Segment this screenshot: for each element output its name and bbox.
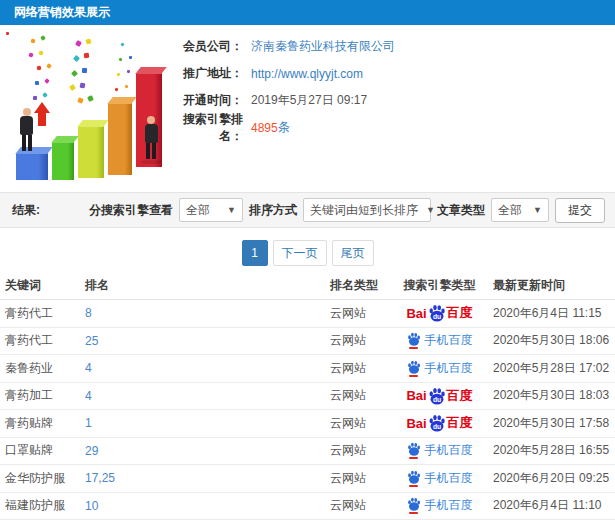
- baidu-paw-icon-wrap: [407, 470, 421, 487]
- baidu-pc-logo: Baidu百度: [406, 387, 472, 405]
- confetti-dot: [69, 84, 76, 91]
- sort-select-value: 关键词由短到长排序: [310, 202, 418, 219]
- engine-select-value: 全部: [186, 202, 210, 219]
- column-header: 排名类型: [330, 277, 392, 294]
- keyword-cell: 金华防护服: [5, 470, 85, 487]
- baidu-mobile-label: 手机百度: [425, 442, 473, 459]
- confetti-dot: [118, 57, 122, 61]
- red-underline: [409, 512, 418, 514]
- baidu-mobile-label: 手机百度: [425, 332, 473, 349]
- red-underline: [409, 375, 418, 377]
- info-label: 推广地址：: [175, 65, 243, 82]
- last-page-button[interactable]: 尾页: [332, 240, 374, 266]
- info-row: 会员公司：济南秦鲁药业科技有限公司: [175, 33, 605, 60]
- rank-link[interactable]: 1: [85, 416, 330, 430]
- rank-link[interactable]: 10: [85, 499, 330, 513]
- confetti-dot: [40, 35, 45, 40]
- app-header: 网络营销效果展示: [0, 0, 615, 25]
- baidu-mobile-logo: 手机百度: [407, 442, 473, 459]
- baidu-paw-icon: [407, 442, 421, 456]
- baidu-paw-icon: [407, 470, 421, 484]
- baidu-mobile-label: 手机百度: [425, 470, 473, 487]
- red-underline: [409, 347, 418, 349]
- baidu-logo-text: Bai: [406, 306, 426, 321]
- baidu-paw-icon: du: [428, 414, 446, 432]
- info-value: 4895: [251, 121, 278, 135]
- red-underline: [409, 485, 418, 487]
- rank-link[interactable]: 4: [85, 361, 330, 375]
- rank-type-cell: 云网站: [330, 497, 392, 514]
- confetti-dot: [38, 50, 43, 55]
- updated-time-cell: 2020年5月28日 17:02: [487, 360, 615, 377]
- growth-bar: [108, 103, 132, 175]
- baidu-paw-icon: [407, 332, 421, 346]
- rank-type-cell: 云网站: [330, 415, 392, 432]
- svg-text:du: du: [432, 395, 440, 402]
- confetti-dot: [33, 96, 37, 100]
- keyword-cell: 福建防护服: [5, 497, 85, 514]
- info-label: 搜索引擎排名：: [175, 111, 243, 145]
- info-value-link[interactable]: 济南秦鲁药业科技有限公司: [251, 38, 395, 55]
- baidu-paw-icon: [407, 497, 421, 511]
- rank-type-cell: 云网站: [330, 332, 392, 349]
- confetti-dot: [75, 40, 82, 47]
- page: 网络营销效果展示 会员公司：济南秦鲁药业科技有限公司推广地址：http://ww…: [0, 0, 615, 520]
- confetti-dot: [31, 39, 36, 44]
- sort-select[interactable]: 关键词由短到长排序 ▼: [303, 198, 431, 222]
- article-type-label: 文章类型: [437, 202, 485, 219]
- filter-controls: 分搜索引擎查看 全部 ▼ 排序方式 关键词由短到长排序 ▼ 文章类型 全部 ▼ …: [89, 198, 605, 223]
- table-row: 口罩贴牌29云网站手机百度2020年5月28日 16:55: [0, 438, 615, 466]
- keyword-cell: 膏药代工: [5, 305, 85, 322]
- baidu-paw-icon-wrap: [407, 332, 421, 349]
- chevron-down-icon: ▼: [227, 205, 236, 215]
- column-header: 最新更新时间: [487, 277, 615, 294]
- rank-type-cell: 云网站: [330, 360, 392, 377]
- page-title: 网络营销效果展示: [0, 0, 110, 25]
- baidu-mobile-label: 手机百度: [425, 360, 473, 377]
- baidu-mobile-logo: 手机百度: [407, 360, 473, 377]
- table-row: 膏药贴牌1云网站Baidu百度2020年5月30日 17:58: [0, 410, 615, 438]
- info-value: 2019年5月27日 09:17: [251, 92, 367, 109]
- rank-type-cell: 云网站: [330, 387, 392, 404]
- info-value-link[interactable]: http://www.qlyyjt.com: [251, 67, 363, 81]
- rank-type-cell: 云网站: [330, 442, 392, 459]
- growth-bar: [78, 126, 104, 178]
- confetti-dot: [120, 42, 124, 46]
- confetti-dot: [44, 78, 50, 84]
- baidu-paw-icon-wrap: [407, 442, 421, 459]
- engine-cell: 手机百度: [392, 442, 487, 459]
- keyword-cell: 膏药代工: [5, 332, 85, 349]
- baidu-pc-logo: Baidu百度: [406, 414, 472, 432]
- confetti-dot: [28, 52, 33, 57]
- engine-select[interactable]: 全部 ▼: [179, 198, 243, 222]
- engine-cell: Baidu百度: [392, 304, 487, 322]
- engine-cell: Baidu百度: [392, 414, 487, 432]
- page-number-current[interactable]: 1: [242, 240, 268, 266]
- rank-link[interactable]: 29: [85, 444, 330, 458]
- confetti-dot: [77, 97, 83, 103]
- confetti-dot: [71, 70, 78, 77]
- next-page-button[interactable]: 下一页: [273, 240, 327, 266]
- updated-time-cell: 2020年6月20日 09:25: [487, 470, 615, 487]
- baidu-mobile-logo: 手机百度: [407, 497, 473, 514]
- rank-link[interactable]: 17,25: [85, 471, 330, 485]
- rank-link[interactable]: 4: [85, 389, 330, 403]
- pagination: 1 下一页 尾页: [0, 240, 615, 266]
- filter-bar: 结果: 分搜索引擎查看 全部 ▼ 排序方式 关键词由短到长排序 ▼ 文章类型 全…: [0, 192, 615, 228]
- confetti-dot: [42, 92, 48, 98]
- article-type-select[interactable]: 全部 ▼: [491, 198, 549, 222]
- submit-button[interactable]: 提交: [555, 198, 605, 223]
- rank-link[interactable]: 25: [85, 334, 330, 348]
- rank-link[interactable]: 8: [85, 306, 330, 320]
- updated-time-cell: 2020年5月30日 17:58: [487, 415, 615, 432]
- engine-cell: 手机百度: [392, 332, 487, 349]
- confetti-dot: [124, 84, 128, 88]
- table-row: 金华防护服17,25云网站手机百度2020年6月20日 09:25: [0, 465, 615, 493]
- chevron-down-icon: ▼: [426, 205, 435, 215]
- svg-text:du: du: [432, 313, 440, 320]
- confetti-dot: [129, 56, 132, 59]
- confetti-dot: [115, 88, 119, 92]
- table-header-row: 关键词排名排名类型搜索引擎类型最新更新时间: [0, 272, 615, 300]
- confetti-dot: [6, 32, 9, 35]
- updated-time-cell: 2020年5月30日 18:06: [487, 332, 615, 349]
